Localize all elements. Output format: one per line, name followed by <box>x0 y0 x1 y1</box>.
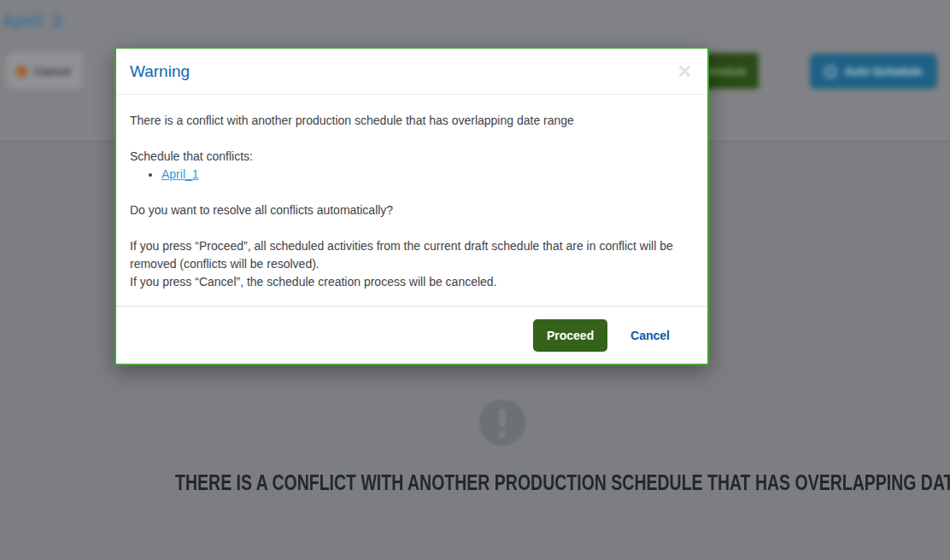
cancel-button[interactable]: Cancel <box>630 329 670 342</box>
proceed-info: If you press “Proceed”, all scheduled ac… <box>130 237 694 273</box>
conflicts-heading: Schedule that conflicts: <box>130 148 694 166</box>
proceed-button[interactable]: Proceed <box>533 319 607 352</box>
dialog-footer: Proceed Cancel <box>116 306 707 364</box>
cancel-info: If you press “Cancel”, the schedule crea… <box>130 273 694 291</box>
conflict-list: April_1 <box>130 166 694 184</box>
resolve-question: Do you want to resolve all conflicts aut… <box>130 201 694 219</box>
conflict-message: There is a conflict with another product… <box>130 112 694 130</box>
dialog-title: Warning <box>130 62 190 81</box>
dialog-body: There is a conflict with another product… <box>116 95 707 291</box>
dialog-header: Warning ✕ <box>116 49 707 95</box>
conflict-list-item: April_1 <box>161 166 694 184</box>
page-root: April_2 Cancel Schedule Auto Schedule TH… <box>0 0 950 560</box>
warning-dialog: Warning ✕ There is a conflict with anoth… <box>114 47 709 365</box>
conflict-schedule-link[interactable]: April_1 <box>161 167 199 181</box>
close-icon[interactable]: ✕ <box>673 61 695 82</box>
